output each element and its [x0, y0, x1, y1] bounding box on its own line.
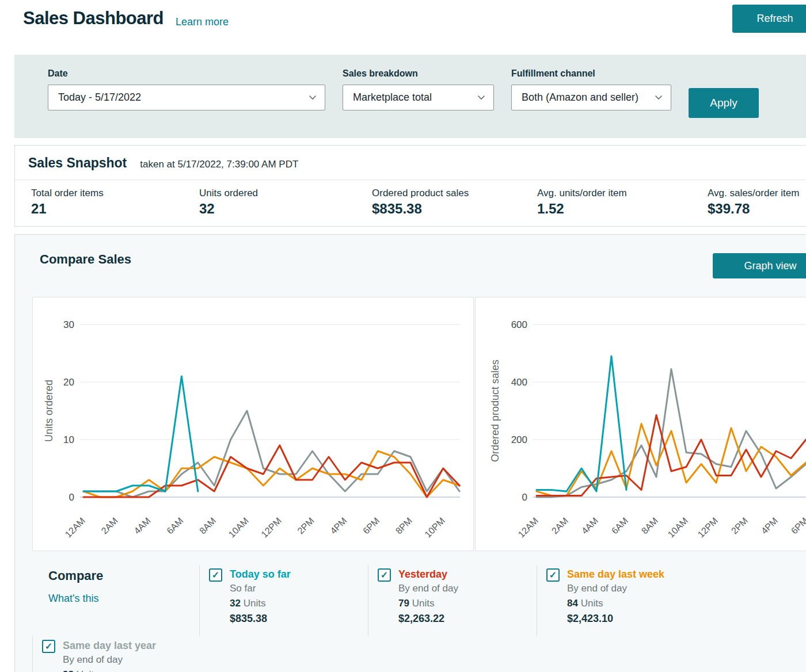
sales-breakdown-filter: Sales breakdown Marketplace total: [343, 68, 494, 138]
svg-text:10AM: 10AM: [227, 516, 251, 540]
compare-checkbox-yesterday[interactable]: ✓: [378, 568, 391, 582]
svg-text:4PM: 4PM: [759, 516, 780, 536]
chevron-down-icon: [477, 95, 485, 100]
legend-item-title: Yesterday: [398, 567, 458, 581]
svg-text:10PM: 10PM: [423, 516, 447, 540]
units-number: 32: [230, 598, 241, 609]
chevron-down-icon: [655, 95, 663, 100]
stat-total-order-items: Total order items 21: [31, 188, 199, 217]
sales-snapshot-card: Sales Snapshot taken at 5/17/2022, 7:39:…: [14, 145, 806, 227]
svg-text:10: 10: [63, 434, 74, 445]
svg-text:8PM: 8PM: [394, 516, 414, 536]
compare-checkbox-same-day-last-week[interactable]: ✓: [546, 568, 560, 582]
compare-legend-label-col: Compare What's this: [32, 565, 199, 636]
svg-text:8AM: 8AM: [197, 516, 218, 536]
legend-item-same-day-last-year: ✓ Same day last year By end of day 98 Un…: [32, 636, 199, 672]
stat-avg-units-per-order: Avg. units/order item 1.52: [537, 188, 708, 217]
fulfillment-channel-value: Both (Amazon and seller): [522, 91, 655, 104]
refresh-button[interactable]: Refresh: [732, 5, 806, 33]
stat-value: 21: [31, 201, 199, 217]
svg-text:30: 30: [63, 319, 74, 330]
stat-value: $835.38: [372, 201, 537, 217]
svg-text:Ordered product sales: Ordered product sales: [489, 360, 501, 462]
date-filter-label: Date: [48, 68, 325, 79]
svg-text:8AM: 8AM: [640, 516, 660, 536]
svg-text:400: 400: [511, 377, 527, 388]
compare-legend-title: Compare: [48, 568, 199, 583]
units-word: Units: [244, 598, 266, 609]
svg-text:0: 0: [69, 492, 74, 503]
compare-checkbox-today-so-far[interactable]: ✓: [209, 568, 222, 582]
svg-text:2PM: 2PM: [729, 516, 750, 536]
learn-more-link[interactable]: Learn more: [176, 16, 229, 28]
legend-item-texts: Same day last week By end of day 84 Unit…: [567, 567, 664, 633]
ordered-product-sales-chart: 0200400600Ordered product sales12AM2AM4A…: [476, 297, 806, 551]
legend-item-subtitle: By end of day: [567, 581, 664, 596]
svg-text:4PM: 4PM: [328, 516, 348, 536]
svg-text:6AM: 6AM: [610, 516, 630, 536]
stat-label: Total order items: [31, 188, 199, 199]
legend-item-title: Today so far: [230, 567, 291, 581]
legend-item-same-day-last-week: ✓ Same day last week By end of day 84 Un…: [537, 565, 705, 636]
sales-breakdown-select[interactable]: Marketplace total: [343, 85, 494, 110]
svg-text:12AM: 12AM: [63, 516, 88, 540]
svg-text:0: 0: [522, 492, 527, 503]
units-word: Units: [581, 598, 603, 609]
svg-text:200: 200: [511, 434, 527, 445]
legend-item-yesterday: ✓ Yesterday By end of day 79 Units $2,26…: [368, 565, 537, 636]
stat-value: 32: [199, 201, 372, 217]
units-number: 98: [63, 669, 74, 672]
legend-item-subtitle: So far: [230, 581, 291, 596]
legend-item-units: 79 Units: [398, 596, 458, 611]
fulfillment-channel-select[interactable]: Both (Amazon and seller): [511, 85, 671, 110]
units-word: Units: [412, 598, 435, 609]
graph-view-button[interactable]: Graph view: [713, 253, 806, 278]
legend-item-today-so-far: ✓ Today so far So far 32 Units $835.38: [199, 565, 368, 636]
compare-checkbox-same-day-last-year[interactable]: ✓: [42, 640, 55, 653]
svg-text:2AM: 2AM: [100, 516, 120, 536]
svg-text:6PM: 6PM: [361, 516, 381, 536]
legend-item-texts: Yesterday By end of day 79 Units $2,263.…: [398, 567, 458, 633]
units-word: Units: [77, 669, 99, 672]
legend-item-sales: $835.38: [230, 611, 291, 626]
apply-button[interactable]: Apply: [689, 88, 759, 118]
svg-text:12PM: 12PM: [696, 516, 720, 540]
svg-text:6PM: 6PM: [789, 516, 806, 536]
whats-this-link[interactable]: What's this: [48, 593, 199, 605]
chevron-down-icon: [309, 95, 317, 100]
legend-item-texts: Today so far So far 32 Units $835.38: [230, 567, 291, 633]
filter-bar: Date Today - 5/17/2022 Sales breakdown M…: [14, 55, 806, 138]
stat-units-ordered: Units ordered 32: [199, 188, 372, 217]
svg-text:10AM: 10AM: [666, 516, 690, 540]
fulfillment-channel-filter: Fulfillment channel Both (Amazon and sel…: [511, 68, 671, 138]
svg-text:4AM: 4AM: [132, 516, 152, 536]
svg-text:600: 600: [511, 319, 527, 330]
date-filter: Date Today - 5/17/2022: [48, 68, 325, 138]
svg-text:20: 20: [63, 377, 74, 388]
stat-label: Units ordered: [199, 188, 372, 199]
product-sales-chart-panel: 0200400600Ordered product sales12AM2AM4A…: [475, 297, 806, 551]
stat-value: 1.52: [537, 201, 708, 217]
legend-item-units: 98 Units: [63, 667, 156, 672]
legend-item-units: 84 Units: [567, 596, 664, 611]
units-ordered-chart: 0102030Units ordered12AM2AM4AM6AM8AM10AM…: [33, 297, 473, 551]
stat-label: Ordered product sales: [372, 188, 537, 199]
page-title: Sales Dashboard: [23, 8, 164, 29]
legend-item-units: 32 Units: [230, 596, 291, 611]
units-number: 79: [398, 598, 409, 609]
sales-breakdown-value: Marketplace total: [353, 91, 477, 104]
top-bar: Sales Dashboard Learn more Refresh: [0, 0, 806, 38]
stat-avg-sales-per-order: Avg. sales/order item $39.78: [708, 188, 806, 217]
stat-label: Avg. units/order item: [537, 188, 708, 199]
snapshot-stats-row: Total order items 21 Units ordered 32 Or…: [15, 180, 806, 226]
stat-value: $39.78: [708, 201, 806, 217]
date-select[interactable]: Today - 5/17/2022: [48, 85, 325, 110]
apply-wrap: Apply: [689, 88, 759, 138]
units-number: 84: [567, 598, 578, 609]
sales-breakdown-label: Sales breakdown: [343, 68, 494, 79]
stat-ordered-product-sales: Ordered product sales $835.38: [372, 188, 537, 217]
svg-text:12PM: 12PM: [259, 516, 283, 540]
compare-sales-card: Compare Sales Graph view 0102030Units or…: [14, 234, 806, 672]
snapshot-timestamp: taken at 5/17/2022, 7:39:00 AM PDT: [140, 159, 298, 170]
units-ordered-chart-panel: 0102030Units ordered12AM2AM4AM6AM8AM10AM…: [32, 297, 474, 551]
